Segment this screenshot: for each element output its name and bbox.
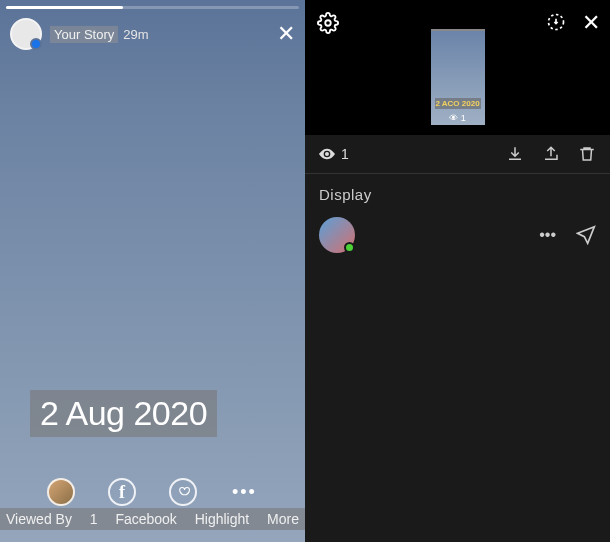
footer-actions: f ••• [0,472,305,508]
viewer-row: ••• [305,213,610,257]
story-actions [506,145,596,163]
svg-point-0 [325,20,331,26]
highlight-label: Highlight [195,511,249,527]
story-view-panel: Your Story 29m ✕ 2 Aug 2020 f ••• Viewed… [0,0,305,542]
close-button[interactable]: ✕ [582,10,600,36]
story-footer: f ••• Viewed By 1 Facebook Highlight Mor… [0,472,305,542]
viewer-actions: ••• [539,225,596,245]
viewed-by-label: Viewed By [6,511,72,527]
viewers-section-label: Display [305,174,610,213]
story-time-label: 29m [123,27,148,42]
story-progress-fill [6,6,123,9]
facebook-icon[interactable]: f [108,478,136,506]
more-icon[interactable]: ••• [230,478,258,506]
story-date-sticker: 2 Aug 2020 [30,390,217,437]
download-icon[interactable] [506,145,524,163]
your-avatar[interactable] [10,18,42,50]
avatar-add-badge [30,38,42,50]
thumb-view-count: 👁 1 [431,113,485,123]
viewer-more-icon[interactable]: ••• [539,226,556,244]
view-count-value: 1 [341,146,349,162]
send-message-icon[interactable] [576,225,596,245]
story-owner-label: Your Story [50,26,118,43]
viewer-avatar-icon[interactable] [47,478,75,506]
viewers-top-bar: ✕ 2 ACO 2020 👁 1 [305,0,610,135]
highlight-icon[interactable] [169,478,197,506]
viewer-avatar[interactable] [319,217,355,253]
eye-icon [319,148,335,160]
story-thumbnail[interactable]: 2 ACO 2020 👁 1 [431,29,485,125]
view-count-label: 1 [90,511,98,527]
settings-icon[interactable] [317,12,339,34]
thumb-date-label: 2 ACO 2020 [435,98,481,109]
total-views: 1 [319,146,349,162]
viewers-info-row: 1 [305,135,610,174]
delete-icon[interactable] [578,145,596,163]
share-icon[interactable] [542,145,560,163]
footer-labels: Viewed By 1 Facebook Highlight More [0,508,305,530]
story-viewers-panel: ✕ 2 ACO 2020 👁 1 1 Display ••• [305,0,610,542]
close-button[interactable]: ✕ [277,21,295,47]
save-story-icon[interactable] [546,12,566,32]
story-progress [6,6,299,9]
online-indicator [344,242,355,253]
more-label: More [267,511,299,527]
facebook-label: Facebook [115,511,176,527]
